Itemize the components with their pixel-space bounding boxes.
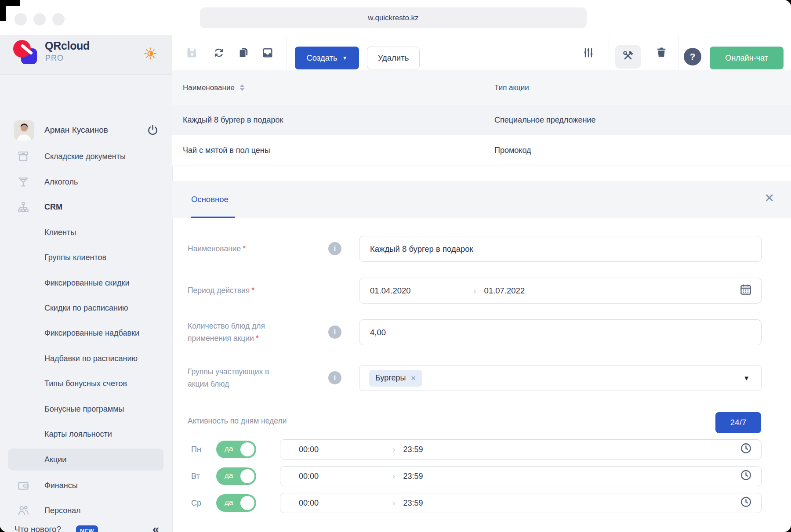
toggle-knob [240,442,254,456]
day-toggle[interactable]: да [216,494,256,512]
browser-chrome: w.quickresto.kz [0,0,791,35]
chevron-right-icon: › [392,498,395,508]
time-range-input[interactable]: 00:00 › 23:59 [280,466,762,486]
address-bar[interactable]: w.quickresto.kz [200,7,587,28]
new-badge: NEW [76,525,98,532]
close-icon[interactable]: ✕ [764,192,774,204]
save-icon [186,47,198,59]
filters-sliders-icon[interactable] [582,47,595,59]
martini-icon [17,175,30,188]
group-tag: Бургеры ✕ [369,370,422,387]
sidebar-item-warehouse-docs[interactable]: Складские документы [0,147,172,166]
info-icon[interactable]: i [328,371,341,384]
info-icon[interactable]: i [328,242,341,255]
box-icon [17,150,30,163]
refresh-icon[interactable] [213,47,225,59]
sidebar-item-promotions[interactable]: Акции [0,450,172,469]
toggle-knob [240,496,254,510]
period-input[interactable]: 01.04.2020 › 01.07.2022 [359,278,762,304]
tools-icon [621,49,635,64]
corner-crop-mark [0,0,6,21]
sidebar-item-crm[interactable]: CRM [0,197,172,217]
window-control-icon[interactable] [52,13,65,25]
quantity-field-label: Количество блюд для применения акции* [188,320,265,344]
24-7-button[interactable]: 24/7 [715,412,761,433]
brand-plan: PRO [45,54,64,63]
whats-new-row: Что нового? NEW « [0,521,172,532]
tab-main[interactable]: Основное [191,181,229,218]
info-icon[interactable]: i [328,326,341,339]
sidebar-item-fixed-markups[interactable]: Фиксированные надбавки [0,323,172,343]
create-button[interactable]: Создать ▼ [295,47,359,69]
time-range-input[interactable]: 00:00 › 23:59 [280,493,762,513]
chevron-right-icon: › [473,286,476,296]
trash-icon[interactable] [655,46,668,58]
people-icon [17,504,30,517]
sidebar-item-staff[interactable]: Персонал [0,501,172,520]
divider [287,35,287,70]
sidebar-item-scheduled-discounts[interactable]: Скидки по расписанию [0,298,172,318]
delete-button[interactable]: Удалить [367,47,420,69]
groups-field-label: Группы участвующих в акции блюд [188,366,269,390]
time-range-input[interactable]: 00:00 › 23:59 [280,439,762,460]
inbox-tray-icon[interactable] [261,47,274,59]
user-row[interactable]: Арман Кусаинов [0,120,172,141]
url-text: w.quickresto.kz [368,14,418,22]
sidebar-item-clients[interactable]: Клиенты [0,223,172,242]
day-toggle[interactable]: да [216,467,256,485]
promotions-table: Наименование Тип акции Каждый 8 бургер в… [172,70,791,166]
theme-brightness-icon[interactable] [143,47,157,61]
sidebar-item-alcohol[interactable]: Алкоголь [0,172,172,192]
table-header: Наименование Тип акции [172,70,791,105]
sidebar-item-client-groups[interactable]: Группы клиентов [0,248,172,267]
name-input[interactable]: Каждый 8 бургер в подарок [359,236,762,262]
clock-icon[interactable] [740,469,752,484]
dropdown-caret-icon[interactable]: ▼ [743,374,750,382]
brand-row: QRcloud PRO [0,35,172,75]
schedule-title: Активность по дням недели [188,416,287,426]
sidebar-item-finance[interactable]: Финансы [0,476,172,495]
table-row[interactable]: Чай с мятой в пол цены Промокод [172,135,791,166]
sidebar-item-bonus-account-types[interactable]: Типы бонусных счетов [0,374,172,393]
column-divider [485,70,485,166]
column-header-type[interactable]: Тип акции [494,70,529,105]
caret-down-icon: ▼ [342,55,348,61]
period-to: 01.07.2022 [484,286,525,296]
clock-icon[interactable] [740,496,752,510]
tools-button[interactable] [615,45,641,69]
sidebar-item-fixed-discounts[interactable]: Фиксированные скидки [0,273,172,293]
table-row[interactable]: Каждый 8 бургер в подарок Специальное пр… [172,105,791,136]
required-mark: * [251,286,254,295]
clock-icon[interactable] [740,442,752,457]
required-mark: * [256,334,259,343]
remove-tag-icon[interactable]: ✕ [410,374,416,382]
app-window: w.quickresto.kz QRcloud PRO [0,0,791,532]
help-icon[interactable]: ? [684,48,701,65]
sidebar-item-loyalty-cards[interactable]: Карты лояльности [0,424,172,444]
window-control-icon[interactable] [15,13,27,25]
required-mark: * [243,244,246,253]
sidebar-item-scheduled-markups[interactable]: Надбавки по расписанию [0,349,172,368]
window-control-icon[interactable] [33,13,46,25]
column-header-name[interactable]: Наименование [183,70,244,105]
groups-select[interactable]: Бургеры ✕ ▼ [359,365,762,391]
sort-icon[interactable] [240,84,244,91]
sitemap-icon [17,200,30,214]
name-field-label: Наименование* [188,242,246,255]
collapse-sidebar-icon[interactable]: « [152,523,159,532]
divider [609,35,609,70]
user-name: Арман Кусаинов [44,125,108,135]
copy-icon[interactable] [238,47,250,59]
logout-power-icon[interactable] [147,124,159,136]
sidebar-item-bonus-programs[interactable]: Бонусные программы [0,399,172,419]
period-field-label: Период действия* [188,284,254,297]
avatar [14,120,34,141]
day-toggle[interactable]: да [216,441,256,458]
toggle-knob [240,469,254,483]
calendar-icon[interactable] [739,283,752,298]
toolbar: Создать ▼ Удалить [172,35,791,71]
detail-tabbar: Основное ✕ [172,181,791,218]
quantity-input[interactable]: 4,00 [359,319,762,345]
whats-new-link[interactable]: Что нового? [15,525,61,532]
online-chat-button[interactable]: Онлайн-чат [710,47,784,69]
